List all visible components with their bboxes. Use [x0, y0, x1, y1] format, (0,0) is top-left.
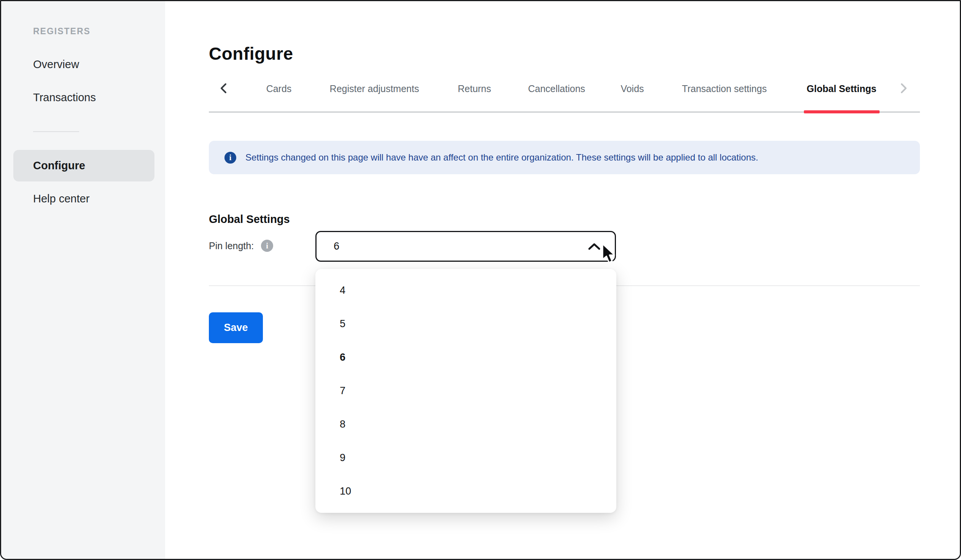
info-icon[interactable]: i: [261, 240, 273, 252]
pin-length-label: Pin length:: [209, 241, 254, 252]
sidebar-item-configure[interactable]: Configure: [13, 150, 154, 181]
app-window: REGISTERS Overview Transactions Configur…: [0, 0, 961, 560]
dropdown-option-9[interactable]: 9: [315, 441, 616, 474]
sidebar-item-label: Overview: [33, 58, 79, 71]
info-banner-text: Settings changed on this page will have …: [245, 152, 758, 163]
active-tab-indicator: [804, 110, 880, 113]
tab-register-adjustments[interactable]: Register adjustments: [330, 83, 419, 94]
tab-global-settings[interactable]: Global Settings: [807, 83, 876, 94]
sidebar: REGISTERS Overview Transactions Configur…: [1, 1, 165, 559]
tab-cards[interactable]: Cards: [266, 83, 292, 94]
chevron-up-icon: [587, 242, 601, 251]
dropdown-option-4[interactable]: 4: [315, 274, 616, 307]
section-heading: Global Settings: [209, 213, 290, 226]
sidebar-section-label: REGISTERS: [33, 26, 90, 37]
tab-returns[interactable]: Returns: [458, 83, 491, 94]
main-content: Configure Cards Register adjustments Ret…: [165, 1, 960, 559]
chevron-right-icon: [898, 83, 908, 94]
chevron-left-icon: [219, 83, 229, 94]
tab-transaction-settings[interactable]: Transaction settings: [682, 83, 767, 94]
info-icon: i: [225, 152, 236, 164]
sidebar-item-label: Transactions: [33, 91, 96, 103]
tab-voids[interactable]: Voids: [620, 83, 644, 94]
dropdown-option-10[interactable]: 10: [315, 474, 616, 508]
dropdown-option-8[interactable]: 8: [315, 408, 616, 441]
tabs-scroll-left-button[interactable]: [219, 83, 229, 94]
sidebar-item-label: Configure: [33, 159, 85, 172]
pin-length-selected-value: 6: [334, 241, 339, 252]
tabs-scroll-right-button[interactable]: [898, 83, 908, 94]
sidebar-divider: [33, 131, 79, 132]
sidebar-item-overview[interactable]: Overview: [33, 58, 79, 71]
tab-cancellations[interactable]: Cancellations: [528, 83, 585, 94]
info-banner: i Settings changed on this page will hav…: [209, 141, 920, 174]
pin-length-dropdown: 4 5 6 7 8 9 10: [315, 269, 616, 513]
page-title: Configure: [209, 43, 293, 64]
dropdown-option-7[interactable]: 7: [315, 374, 616, 408]
dropdown-option-5[interactable]: 5: [315, 307, 616, 340]
save-button[interactable]: Save: [209, 312, 263, 343]
pin-length-select[interactable]: 6: [315, 231, 616, 262]
sidebar-item-help-center[interactable]: Help center: [33, 193, 89, 205]
dropdown-option-6[interactable]: 6: [315, 340, 616, 374]
sidebar-item-label: Help center: [33, 193, 89, 205]
sidebar-item-transactions[interactable]: Transactions: [33, 91, 96, 104]
